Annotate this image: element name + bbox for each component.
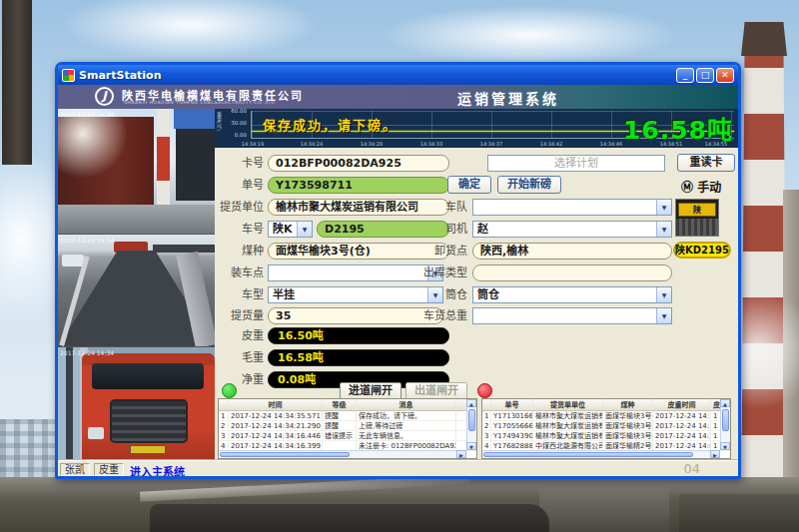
plate-snapshot: 陕K·D2195	[675, 199, 719, 237]
consignee-label: 提货单位	[198, 199, 264, 216]
x-tick: 14:34:33	[411, 141, 451, 147]
plate-prefix-dropdown[interactable]: 陕K ▼	[268, 221, 313, 238]
unload-point-field[interactable]: 陕西,榆林	[472, 243, 672, 260]
coal-type-label: 煤种	[198, 243, 264, 260]
chevron-down-icon[interactable]: ▼	[656, 222, 671, 237]
y-tick: 0.00	[223, 132, 247, 138]
maximize-button[interactable]: □	[696, 68, 714, 83]
scroll-up-icon[interactable]: ▲	[466, 399, 476, 407]
status-mode: 皮重	[94, 463, 124, 476]
headlight-left	[88, 427, 104, 439]
cloud	[380, 5, 679, 65]
reread-card-button[interactable]: 重读卡	[677, 154, 735, 172]
chimney-dark	[2, 0, 32, 165]
card-no-label: 卡号	[198, 155, 264, 172]
exit-gate-light	[477, 383, 492, 398]
tare-field: 16.50吨	[268, 327, 449, 344]
confirm-button[interactable]: 确定	[447, 176, 491, 194]
gross-field: 16.58吨	[268, 349, 449, 366]
gross-label: 毛重	[198, 349, 264, 366]
log-row[interactable]: 3 2017-12-24 14:34:16.446 错误提示 无此车辆信息。	[219, 431, 476, 441]
manual-mode-label[interactable]: 手动	[697, 181, 721, 195]
start-new-weigh-button[interactable]: 开始新磅	[497, 176, 561, 194]
col-order[interactable]: 单号	[491, 399, 533, 410]
col-tare-time[interactable]: 皮重时间	[653, 399, 711, 410]
scrollbar-thumb[interactable]	[722, 409, 729, 431]
col-company[interactable]: 提货单单位	[533, 399, 603, 410]
x-tick: 14:34:19	[233, 141, 273, 147]
chevron-down-icon[interactable]: ▼	[656, 308, 671, 323]
total-weight-dropdown[interactable]: ▼	[472, 307, 672, 324]
scroll-up-icon[interactable]: ▲	[720, 399, 730, 407]
camera-feed-1: 2017-12-24 14:34	[58, 109, 215, 235]
record-row[interactable]: 1 Y171301669 榆林市聚大煤炭运销有限公司 面煤华榆块3号(仓) 20…	[482, 411, 730, 421]
camera-timestamp: 2017-12-24 14:34	[60, 111, 114, 118]
scrollbar-thumb[interactable]	[483, 452, 693, 457]
vertical-scrollbar[interactable]: ▲ ▼	[466, 399, 476, 450]
chevron-down-icon[interactable]: ▼	[656, 200, 671, 215]
window-title: SmartStation	[79, 69, 676, 82]
scroll-down-icon[interactable]: ▼	[720, 442, 730, 450]
enter-main-system-link[interactable]: 进入主系统	[130, 463, 185, 476]
window-content: 2017-12-24 14:34 2017-12-24 14:34 201	[58, 109, 738, 476]
total-weight-label: 车货总重	[403, 307, 467, 324]
col-time[interactable]: 时间	[229, 399, 323, 410]
col-msg[interactable]: 消息	[357, 399, 456, 410]
log-row[interactable]: 1 2017-12-24 14:34:35.571 提醒 保存成功，请下磅。	[219, 411, 476, 421]
weigh-records-table: 单号 提货单单位 煤种 皮重时间 皮 1 Y171301669 榆林市聚大煤炭运…	[481, 398, 731, 459]
card-no-field[interactable]: 012BFP00082DA925	[268, 155, 449, 172]
out-type-field[interactable]	[472, 265, 672, 281]
plant-shed	[679, 494, 799, 532]
pole	[66, 347, 73, 460]
col-level[interactable]: 等级	[323, 399, 357, 410]
minimize-button[interactable]: _	[676, 68, 694, 83]
silo-dropdown[interactable]: 筒仓 ▼	[472, 286, 672, 303]
scrollbar-thumb[interactable]	[220, 452, 350, 457]
log-row[interactable]: 2 2017-12-24 14:34:21.290 提醒 上磅,等待过磅	[219, 421, 476, 431]
gate-pole-stripe	[157, 137, 170, 181]
select-plan-box[interactable]: 选择计划	[487, 155, 665, 172]
unload-point-label: 卸货点	[403, 243, 467, 260]
driver-value: 赵	[477, 223, 488, 236]
title-bar[interactable]: SmartStation _ □ ✕	[58, 65, 738, 85]
col-coal[interactable]: 煤种	[603, 399, 653, 410]
record-row[interactable]: 2 Y170556669 榆林市聚大煤炭运销有限公司 面煤华榆块3号(仓) 20…	[482, 421, 730, 431]
x-tick: 14:34:28	[352, 141, 392, 147]
vertical-scrollbar[interactable]: ▲ ▼	[720, 399, 730, 450]
fleet-label: 车队	[403, 199, 467, 216]
records-table-header: 单号 提货单单位 煤种 皮重时间 皮	[482, 399, 730, 411]
qty-label: 提货量	[198, 307, 264, 324]
station-number: 04	[683, 461, 700, 476]
chevron-down-icon[interactable]: ▼	[656, 287, 671, 302]
chimney-striped	[741, 22, 787, 532]
plate-no-label: 车号	[198, 221, 264, 238]
chevron-down-icon[interactable]: ▼	[297, 222, 312, 237]
record-row[interactable]: 3 Y174943900 榆林市聚大煤炭运销有限公司 面煤华榆块3号(仓) 20…	[482, 431, 730, 441]
log-table-header: 时间 等级 消息	[219, 399, 476, 411]
driver-dropdown[interactable]: 赵 ▼	[472, 221, 672, 238]
silo-value: 筒仓	[477, 288, 499, 301]
weight-chart: 重量(吨) 60.00 30.00 0.00 保存成功，请下磅。 16.58吨 …	[215, 109, 738, 148]
smartstation-window: SmartStation _ □ ✕ J 陕西华电榆横煤电有限责任公司 SHAA…	[55, 62, 741, 479]
banner-message: 保存成功，请下磅。	[263, 115, 398, 134]
white-car	[62, 255, 84, 266]
scrollbar-thumb[interactable]	[468, 409, 475, 431]
horizontal-scrollbar[interactable]: ▶	[482, 450, 720, 458]
message-log-table: 时间 等级 消息 1 2017-12-24 14:34:35.571 提醒 保存…	[218, 398, 477, 459]
tare-label: 皮重	[198, 327, 264, 344]
close-button[interactable]: ✕	[716, 68, 734, 83]
scroll-right-icon[interactable]: ▶	[710, 450, 720, 458]
scroll-right-icon[interactable]: ▶	[456, 450, 466, 458]
system-title: 运销管理系统	[457, 88, 559, 108]
scroll-down-icon[interactable]: ▼	[466, 442, 476, 450]
horizontal-scrollbar[interactable]: ▶	[219, 450, 466, 458]
camera-timestamp: 2017-12-24 14:34	[60, 349, 114, 356]
order-no-field[interactable]: Y173598711	[268, 177, 449, 194]
y-tick: 60.00	[223, 109, 247, 114]
fleet-dropdown[interactable]: ▼	[472, 199, 672, 216]
x-tick: 14:34:51	[651, 141, 691, 147]
plate-badge: 陕KD2195	[673, 242, 731, 259]
license-plate	[130, 445, 166, 454]
chart-y-axis-label: 重量(吨)	[216, 112, 223, 131]
manual-mode-icon: Ⓜ	[681, 181, 693, 195]
